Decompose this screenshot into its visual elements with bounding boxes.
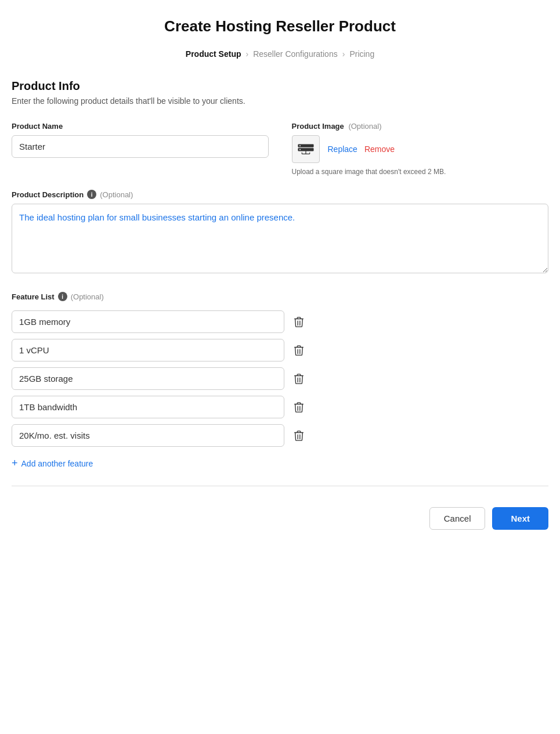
description-label: Product Description i (Optional) [12,190,548,199]
feature-input-4[interactable] [12,424,284,447]
product-name-group: Product Name [12,122,269,158]
delete-feature-button-3[interactable] [291,399,306,415]
stepper: Product Setup › Reseller Configurations … [12,49,548,59]
delete-feature-button-0[interactable] [291,314,306,330]
section-title: Product Info [12,79,548,93]
feature-item [12,396,548,418]
step-pricing[interactable]: Pricing [349,49,374,59]
feature-list-section: Feature List i (Optional) [12,292,548,474]
product-description-group: Product Description i (Optional) The ide… [12,190,548,276]
product-description-textarea[interactable]: The ideal hosting plan for small busines… [12,204,548,273]
section-subtitle: Enter the following product details that… [12,96,548,106]
feature-item [12,339,548,361]
cancel-button[interactable]: Cancel [429,507,486,530]
delete-feature-button-1[interactable] [291,342,306,359]
svg-point-2 [299,145,301,146]
product-info-row: Product Name Product Image (Optional) [12,122,548,176]
trash-icon-4 [294,430,304,442]
delete-feature-button-2[interactable] [291,371,306,387]
product-name-label: Product Name [12,122,269,131]
feature-item [12,424,548,447]
footer-actions: Cancel Next [12,498,548,536]
svg-point-3 [299,149,301,150]
remove-image-button[interactable]: Remove [364,144,395,154]
feature-input-3[interactable] [12,396,284,418]
product-name-input[interactable] [12,135,269,158]
image-hint: Upload a square image that doesn't excee… [292,168,549,176]
replace-image-button[interactable]: Replace [328,144,357,154]
product-image-label: Product Image (Optional) [292,122,549,131]
delete-feature-button-4[interactable] [291,428,306,444]
chevron-icon-2: › [342,49,345,59]
page-title: Create Hosting Reseller Product [12,17,548,35]
trash-icon-0 [294,316,304,328]
feature-input-1[interactable] [12,339,284,361]
feature-list-label: Feature List i (Optional) [12,292,548,301]
chevron-icon-1: › [246,49,249,59]
image-upload-area: Replace Remove [292,135,549,163]
feature-item [12,367,548,390]
product-image-group: Product Image (Optional) Replace [292,122,549,176]
network-icon [297,143,315,155]
plus-icon: + [12,457,18,469]
trash-icon-2 [294,373,304,385]
feature-list-info-icon[interactable]: i [58,292,67,301]
step-product-setup[interactable]: Product Setup [186,49,241,59]
footer-divider [12,486,548,486]
trash-icon-1 [294,345,304,356]
image-actions: Replace Remove [328,144,395,154]
trash-icon-3 [294,402,304,413]
feature-item [12,310,548,333]
step-reseller-configurations[interactable]: Reseller Configurations [253,49,338,59]
image-thumbnail [292,135,320,163]
description-info-icon[interactable]: i [87,190,96,199]
feature-input-2[interactable] [12,367,284,390]
next-button[interactable]: Next [492,507,548,530]
feature-input-0[interactable] [12,310,284,333]
add-feature-button[interactable]: + Add another feature [12,453,93,474]
